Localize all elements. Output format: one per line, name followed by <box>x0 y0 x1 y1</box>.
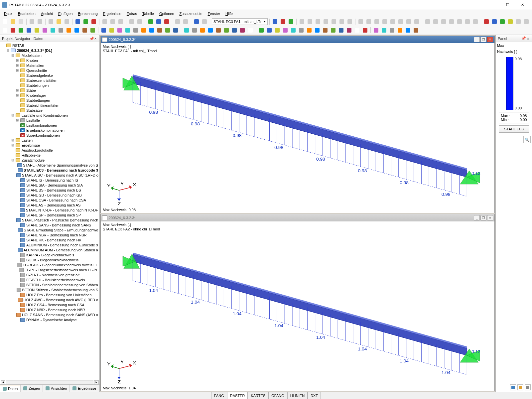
toolbar-button[interactable] <box>523 18 530 25</box>
view-top-canvas[interactable]: Max Nachweis [-] STAHL EC3 FA1 - mit chi… <box>101 43 494 207</box>
tree-item[interactable]: Stabendgelenke <box>1 73 99 78</box>
maximize-button[interactable]: ☐ <box>500 0 515 10</box>
toolbar-button[interactable] <box>389 18 396 25</box>
toolbar-button[interactable] <box>314 18 322 25</box>
expand-icon[interactable]: ⊟ <box>11 113 14 117</box>
menu-fenster[interactable]: Fenster <box>205 11 223 16</box>
toolbar-button[interactable] <box>396 27 404 34</box>
toolbar-button[interactable] <box>365 18 372 25</box>
tree-item[interactable]: ⊟Zusatzmodule <box>1 158 99 163</box>
tree-item[interactable]: HOLZ AWC - Bemessung nach AWC (LRFD o <box>1 297 99 302</box>
toolbar-button[interactable] <box>109 18 116 25</box>
toolbar-button[interactable] <box>100 27 107 34</box>
toolbar-button[interactable] <box>193 18 200 25</box>
scroll-right-icon[interactable]: ► <box>94 380 99 384</box>
toolbar-button[interactable] <box>55 18 63 25</box>
expand-icon[interactable]: ⊞ <box>15 59 19 62</box>
toolbar-button[interactable] <box>239 27 246 34</box>
toolbar-button[interactable] <box>483 18 490 25</box>
toolbar-button[interactable] <box>9 18 17 25</box>
toolbar-button[interactable] <box>41 27 49 34</box>
panel-tool-1[interactable] <box>510 384 516 390</box>
toolbar-button[interactable] <box>117 18 124 25</box>
toolbar-button[interactable] <box>182 18 189 25</box>
panel-close-icon[interactable]: × <box>93 37 97 41</box>
toolbar-button[interactable] <box>338 18 345 25</box>
tree-item[interactable]: KAPPA - Biegeknicknachweis <box>1 252 99 257</box>
toolbar-button[interactable] <box>337 27 345 34</box>
tree-item[interactable]: ⊞Querschnitte <box>1 68 99 73</box>
toolbar-button[interactable] <box>266 27 273 34</box>
toolbar-button[interactable] <box>191 27 198 34</box>
menu-extras[interactable]: Extras <box>124 11 140 16</box>
toolbar-button[interactable] <box>155 18 162 25</box>
toolbar-button[interactable] <box>322 27 329 34</box>
tree-item[interactable]: HOLZ CSA - Bemessung nach CSA <box>1 302 99 307</box>
tree-item[interactable]: Stabsätze <box>1 108 99 113</box>
toolbar-button[interactable] <box>271 18 279 25</box>
menu-zusatzmodule[interactable]: Zusatzmodule <box>177 11 205 16</box>
panel-tool-3[interactable] <box>525 384 531 390</box>
view-max-icon[interactable]: ❐ <box>480 215 486 220</box>
toolbar-button[interactable] <box>207 27 214 34</box>
toolbar-button[interactable] <box>57 27 65 34</box>
panel-close-icon[interactable]: × <box>526 37 530 41</box>
toolbar-button[interactable] <box>247 27 254 34</box>
toolbar-button[interactable] <box>287 18 295 25</box>
tree-item[interactable]: ⊞Knotenlager <box>1 93 99 98</box>
toolbar-button[interactable] <box>298 27 305 34</box>
close-button[interactable]: ✕ <box>515 0 530 10</box>
toolbar-button[interactable] <box>73 27 80 34</box>
toolbar-button[interactable] <box>405 18 412 25</box>
zoom-icon[interactable]: 🔍 <box>523 136 531 143</box>
nav-tab-daten[interactable]: Daten <box>0 385 21 392</box>
tree-item[interactable]: ⊞Stäbe <box>1 88 99 93</box>
view-min-icon[interactable]: _ <box>474 215 480 220</box>
panel-tool-2[interactable] <box>517 384 523 390</box>
toolbar-button[interactable] <box>128 18 135 25</box>
tree-item[interactable]: STAHL BS - Bemessung nach BS <box>1 188 99 193</box>
tree-item[interactable]: STAHL - Allgemeine Spannungsanalyse von … <box>1 163 99 168</box>
tree-item[interactable]: HOLZ SANS - Bemessung nach SANS (ASD o <box>1 312 99 317</box>
toolbar-button[interactable] <box>373 18 380 25</box>
tree-item[interactable]: STAHL SIA - Bemessung nach SIA <box>1 183 99 188</box>
tree-item[interactable]: Ausdruckprotokolle <box>1 148 99 153</box>
toolbar-button[interactable] <box>215 27 222 34</box>
menu-optionen[interactable]: Optionen <box>157 11 177 16</box>
status-dxf[interactable]: DXF <box>308 392 321 399</box>
toolbar-button[interactable] <box>124 27 131 34</box>
tree-item[interactable]: ⊞Lasten <box>1 138 99 143</box>
toolbar-button[interactable] <box>163 18 170 25</box>
expand-icon[interactable]: ⊞ <box>15 68 19 72</box>
toolbar-button[interactable] <box>499 18 506 25</box>
status-kartes[interactable]: KARTES <box>248 392 268 399</box>
tree-item[interactable]: ⇄Lastkombinationen <box>1 123 99 128</box>
tree-item[interactable]: HOLZ Pro - Bemessung von Holzstäben <box>1 292 99 297</box>
toolbar-button[interactable] <box>397 18 404 25</box>
tree-item[interactable]: STAHL AS - Bemessung nach AS <box>1 202 99 207</box>
tree-item[interactable]: ⊟Modelldaten <box>1 53 99 58</box>
loadcase-combo[interactable]: STAHL EC3 FA1 - mit chi_LTm▼ <box>212 18 268 25</box>
tree-item[interactable]: ⇄Ergebniskombinationen <box>1 128 99 133</box>
menu-berechnung[interactable]: Berechnung <box>75 11 100 16</box>
toolbar-button[interactable] <box>357 18 364 25</box>
toolbar-button[interactable] <box>361 27 369 34</box>
view-max-icon[interactable]: ❐ <box>480 37 486 42</box>
tree-item[interactable]: STAHL SP - Bemessung nach SP <box>1 212 99 217</box>
toolbar-button[interactable] <box>388 27 396 34</box>
toolbar-button[interactable] <box>136 18 143 25</box>
toolbar-button[interactable] <box>33 27 41 34</box>
toolbar-button[interactable] <box>322 18 330 25</box>
toolbar-button[interactable] <box>432 18 439 25</box>
menu-tabelle[interactable]: Tabelle <box>140 11 157 16</box>
toolbar-button[interactable] <box>274 27 281 34</box>
status-fang[interactable]: FANG <box>211 392 227 399</box>
tree-item[interactable]: ALUMINIUM ADM - Bemessung von Stäben a <box>1 247 99 252</box>
toolbar-button[interactable] <box>345 27 353 34</box>
toolbar-button[interactable] <box>231 27 238 34</box>
navigator-tree[interactable]: RSTAB⊟200624_6.3.2.3* [DL]⊟Modelldaten⊞K… <box>0 42 99 380</box>
toolbar-button[interactable] <box>404 27 412 34</box>
toolbar-button[interactable] <box>1 27 9 34</box>
tree-item[interactable]: ALUMINIUM - Bemessung nach Eurocode 9 <box>1 242 99 247</box>
nav-tab-zeigen[interactable]: Zeigen <box>21 385 43 392</box>
